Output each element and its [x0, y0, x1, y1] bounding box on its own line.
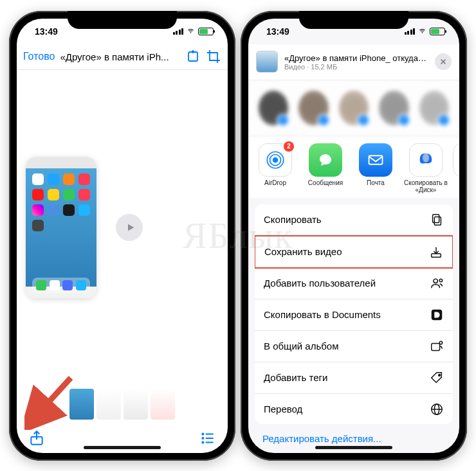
action-label: Скопировать в Documents	[264, 309, 381, 320]
tag-icon	[430, 371, 444, 385]
action-copy[interactable]: Скопировать	[255, 204, 453, 236]
action-label: Перевод	[264, 404, 302, 414]
screen-right: 13:49 «Другое» в памяти iPhone_ откуда б…	[248, 19, 459, 453]
status-time: 13:49	[266, 26, 289, 37]
annotation-arrow	[24, 372, 82, 432]
edit-actions-button[interactable]: Редактировать действия...	[262, 433, 445, 444]
svg-point-24	[439, 374, 441, 376]
battery-icon	[430, 28, 445, 35]
svg-rect-16	[434, 217, 441, 225]
airdrop-contact[interactable]	[298, 91, 328, 125]
action-label: Скопировать	[264, 214, 322, 225]
home-indicator[interactable]	[315, 446, 392, 449]
action-label: Добавить теги	[264, 372, 327, 383]
notch	[68, 11, 177, 29]
nav-bar: Готово «Другое» в памяти iPh...	[17, 44, 228, 70]
action-add-tags[interactable]: Добавить теги	[255, 362, 453, 394]
screen-left: 13:49 Готово «Другое» в памяти iPh...	[17, 19, 228, 453]
svg-rect-14	[369, 156, 383, 164]
cellular-signal-icon	[173, 28, 184, 35]
video-preview[interactable]	[17, 70, 228, 385]
badge: 2	[284, 141, 294, 152]
save-download-icon	[429, 245, 443, 259]
share-app-gmail[interactable]	[453, 143, 459, 194]
add-people-icon	[430, 276, 444, 290]
svg-line-2	[35, 378, 71, 417]
share-apps-row[interactable]: 2 AirDrop Сообщения Почта Скопировать в …	[248, 137, 459, 198]
list-icon[interactable]	[199, 430, 216, 447]
svg-rect-17	[433, 214, 439, 222]
airdrop-contact[interactable]	[259, 91, 288, 125]
svg-point-15	[423, 153, 429, 162]
play-button[interactable]	[116, 214, 143, 241]
home-indicator[interactable]	[84, 446, 161, 449]
wifi-icon	[186, 28, 196, 35]
shared-album-icon	[430, 339, 444, 353]
svg-rect-22	[432, 343, 440, 350]
svg-rect-1	[188, 52, 197, 61]
action-save-video[interactable]: Сохранить видео	[255, 235, 453, 269]
crop-icon[interactable]	[206, 49, 221, 64]
action-label: В общий альбом	[264, 341, 339, 351]
app-label: Скопировать в «Диск»	[403, 179, 449, 194]
done-button[interactable]: Готово	[23, 51, 55, 62]
status-time: 13:49	[35, 26, 58, 37]
app-label: Почта	[352, 179, 399, 187]
copy-icon	[430, 213, 444, 227]
svg-point-20	[439, 279, 442, 281]
scrub-frame	[96, 389, 121, 420]
wifi-icon	[417, 28, 427, 35]
svg-point-0	[190, 33, 191, 33]
video-thumbnail	[26, 157, 96, 298]
airdrop-contact[interactable]	[339, 91, 369, 125]
file-thumbnail-icon	[256, 51, 278, 73]
svg-point-19	[434, 279, 437, 283]
action-add-people[interactable]: Добавить пользователей	[255, 268, 453, 299]
svg-point-10	[422, 33, 423, 33]
open-in-icon[interactable]	[185, 49, 201, 64]
action-shared-album[interactable]: В общий альбом	[255, 331, 453, 362]
airdrop-contact[interactable]	[419, 91, 449, 125]
action-translate[interactable]: Перевод	[255, 394, 453, 424]
phone-frame-left: 13:49 Готово «Другое» в памяти iPh...	[9, 11, 235, 461]
notch	[299, 11, 408, 29]
action-label: Добавить пользователей	[264, 278, 376, 289]
battery-icon	[198, 28, 214, 35]
svg-point-23	[439, 341, 442, 344]
cellular-signal-icon	[405, 28, 416, 35]
phone-frame-right: 13:49 «Другое» в памяти iPhone_ откуда б…	[241, 11, 467, 461]
scrub-frame	[151, 389, 175, 420]
scrub-frame	[124, 389, 148, 420]
share-app-mail[interactable]: Почта	[352, 143, 399, 194]
app-label: AirDrop	[252, 179, 298, 187]
svg-point-11	[273, 157, 279, 163]
share-sheet-subtitle: Видео · 15,2 МБ	[284, 63, 428, 71]
app-label: Сообщения	[302, 179, 349, 187]
documents-app-icon	[430, 308, 444, 322]
status-right	[173, 28, 214, 35]
globe-icon	[430, 402, 444, 416]
action-copy-to-documents[interactable]: Скопировать в Documents	[255, 299, 453, 331]
svg-point-4	[202, 433, 203, 434]
share-app-messages[interactable]: Сообщения	[302, 143, 349, 194]
share-actions-list: Скопировать Сохранить видео Добавить пол…	[255, 204, 453, 424]
svg-point-8	[202, 441, 203, 443]
airdrop-contact[interactable]	[379, 91, 408, 125]
file-title: «Другое» в памяти iPh...	[60, 51, 180, 62]
share-sheet-title: «Другое» в памяти iPhone_ откуда б...	[284, 53, 428, 63]
status-right	[405, 28, 446, 35]
share-app-disk[interactable]: Скопировать в «Диск»	[403, 143, 449, 194]
share-app-airdrop[interactable]: 2 AirDrop	[252, 143, 298, 194]
close-button[interactable]	[435, 53, 452, 70]
action-label: Сохранить видео	[264, 246, 342, 257]
svg-point-6	[202, 437, 203, 438]
share-sheet-header: «Другое» в памяти iPhone_ откуда б... Ви…	[248, 44, 459, 80]
airdrop-contacts-row[interactable]	[248, 80, 459, 137]
